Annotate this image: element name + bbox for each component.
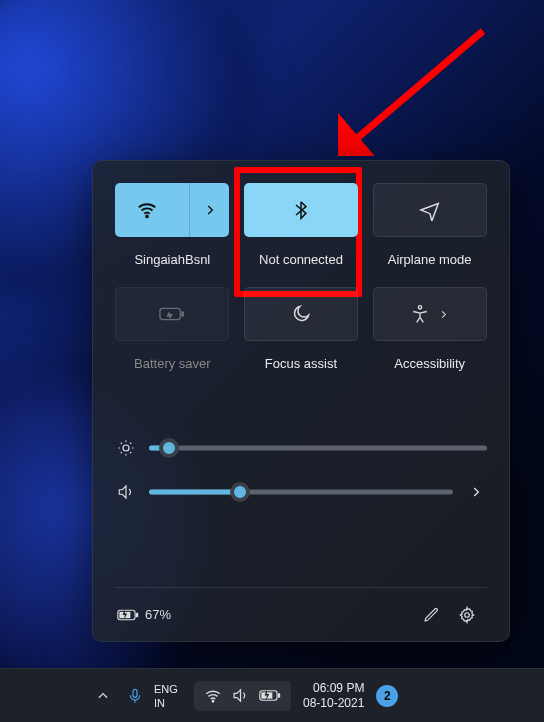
lang-line1: ENG [154,682,190,696]
clock-button[interactable]: 06:09 PM 08-10-2021 [303,681,364,711]
svg-rect-16 [278,693,280,698]
chevron-right-icon [469,485,483,499]
svg-line-1 [348,31,483,146]
edit-button[interactable] [413,597,449,633]
battery-icon [259,689,281,702]
battery-saver-icon [159,305,185,323]
battery-status-icon[interactable]: 67% [117,607,171,622]
svg-point-2 [146,216,148,218]
volume-row [115,483,487,501]
settings-button[interactable] [449,597,485,633]
volume-slider[interactable] [149,483,453,501]
svg-point-13 [212,700,214,702]
volume-icon [115,483,137,501]
battery-saver-tile[interactable] [115,287,229,341]
quick-settings-panel: SingaiahBsnl Not connected Airplane mode [92,160,510,642]
gear-icon [458,606,476,624]
wifi-label: SingaiahBsnl [134,245,210,273]
wifi-toggle[interactable] [115,183,179,237]
focus-assist-tile[interactable] [244,287,358,341]
pencil-icon [423,606,440,623]
svg-rect-9 [136,612,138,617]
svg-point-6 [123,445,129,451]
airplane-mode-tile[interactable] [373,183,487,237]
clock-time: 06:09 PM [303,681,364,696]
volume-expand-button[interactable] [465,485,487,499]
focus-assist-label: Focus assist [265,349,337,377]
accessibility-label: Accessibility [394,349,465,377]
wifi-icon [204,687,222,705]
accessibility-tile[interactable] [373,287,487,341]
battery-percent: 67% [145,607,171,622]
tray-overflow-button[interactable] [86,689,120,703]
wifi-tile[interactable] [115,183,229,237]
svg-marker-7 [119,486,126,498]
lang-line2: IN [154,696,190,710]
brightness-icon [115,439,137,457]
taskbar: ENG IN 06:09 PM 08-10-2021 2 [0,668,544,722]
bluetooth-tile[interactable] [244,183,358,237]
chevron-up-icon [96,689,110,703]
annotation-arrow [338,26,488,156]
clock-date: 08-10-2021 [303,696,364,711]
brightness-slider[interactable] [149,439,487,457]
wifi-icon [136,199,158,221]
microphone-button[interactable] [120,687,150,705]
bluetooth-label: Not connected [259,245,343,273]
svg-point-5 [418,306,421,309]
volume-icon [232,687,249,704]
microphone-icon [127,687,143,705]
language-button[interactable]: ENG IN [150,682,194,710]
svg-rect-12 [133,689,137,697]
notification-count: 2 [384,689,391,703]
bluetooth-icon [291,199,311,221]
notification-badge[interactable]: 2 [376,685,398,707]
moon-icon [291,304,311,324]
battery-saver-label: Battery saver [134,349,211,377]
quick-tiles-grid: SingaiahBsnl Not connected Airplane mode [115,183,487,383]
svg-rect-4 [182,311,185,317]
airplane-mode-label: Airplane mode [388,245,472,273]
accessibility-icon [410,304,430,324]
brightness-row [115,439,487,457]
wifi-expand-button[interactable] [189,183,229,237]
airplane-icon [419,199,441,221]
quick-settings-footer: 67% [115,587,487,641]
chevron-right-icon [438,309,449,320]
svg-point-11 [465,612,470,617]
system-tray[interactable] [194,681,291,711]
sliders-section [115,413,487,527]
chevron-right-icon [203,203,217,217]
svg-marker-14 [234,690,240,701]
